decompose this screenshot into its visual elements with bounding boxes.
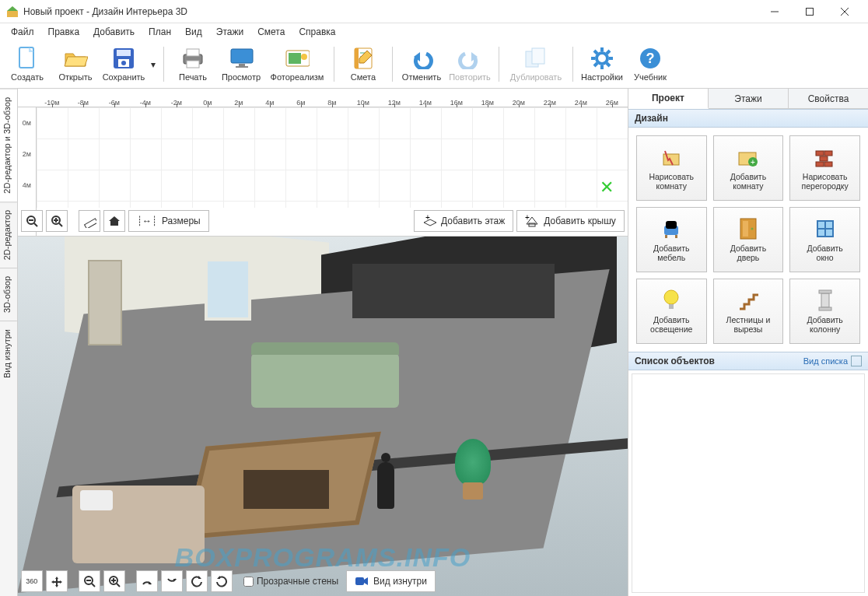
svg-rect-74	[824, 162, 832, 167]
tool-stairs[interactable]: Лестницы ивырезы	[713, 279, 784, 344]
toolbar-create[interactable]: Создать	[3, 42, 51, 87]
svg-rect-70	[816, 151, 824, 156]
svg-marker-60	[149, 581, 152, 584]
tilt-up-button[interactable]	[136, 570, 158, 592]
svg-line-36	[607, 51, 610, 54]
svg-rect-87	[821, 293, 829, 307]
menu-plan[interactable]: План	[142, 25, 177, 39]
menu-add[interactable]: Добавить	[87, 25, 141, 39]
object-list-header: Список объектов Вид списка	[628, 352, 868, 370]
svg-point-29	[597, 53, 607, 64]
zoom-in-button[interactable]	[46, 210, 68, 232]
toolbar-estimate[interactable]: Смета	[339, 42, 387, 87]
dimensions-icon: ┊↔┊	[137, 216, 157, 226]
grid-canvas[interactable]: ✕	[37, 107, 628, 208]
main-area: 2D-редактор и 3D-обзор 2D-редактор 3D-об…	[0, 89, 868, 596]
zoom-in-3d-button[interactable]	[103, 570, 125, 592]
maximize-button[interactable]	[792, 0, 827, 23]
camera-icon	[355, 576, 369, 587]
dimensions-button[interactable]: ┊↔┊Размеры	[128, 210, 209, 232]
chevron-down-icon: ▾	[151, 59, 156, 70]
rotate-right-button[interactable]	[211, 570, 233, 592]
right-panel: Проект Этажи Свойства Дизайн Нарисоватьк…	[628, 89, 868, 596]
menu-file[interactable]: Файл	[5, 25, 40, 39]
tab-2d-3d[interactable]: 2D-редактор и 3D-обзор	[0, 89, 17, 202]
window-title: Новый проект - Дизайн Интерьера 3D	[23, 6, 757, 17]
toolbar-settings[interactable]: Настройки	[578, 42, 626, 87]
view-3d[interactable]: BOXPROGRAMS.INFO 360 Прозрачные стены Ви…	[18, 237, 628, 596]
toolbar-duplicate[interactable]: Дублировать	[504, 42, 568, 87]
svg-rect-89	[819, 307, 831, 310]
menu-estimate[interactable]: Смета	[251, 25, 291, 39]
svg-marker-65	[364, 577, 368, 585]
home-button[interactable]	[103, 210, 125, 232]
tool-add-door[interactable]: Добавитьдверь	[713, 207, 784, 272]
menu-floors[interactable]: Этажи	[210, 25, 250, 39]
design-header: Дизайн	[628, 109, 868, 128]
svg-marker-1	[7, 6, 18, 11]
svg-line-57	[117, 584, 120, 587]
tab-properties[interactable]: Свойства	[789, 89, 868, 108]
svg-marker-63	[217, 576, 220, 579]
transparent-walls-checkbox[interactable]: Прозрачные стены	[243, 576, 338, 587]
tab-floors[interactable]: Этажи	[709, 89, 789, 108]
zoom-out-3d-button[interactable]	[79, 570, 100, 592]
toolbar-print[interactable]: Печать	[169, 42, 217, 87]
tilt-down-button[interactable]	[161, 570, 183, 592]
tool-add-room[interactable]: +Добавитькомнату	[713, 135, 784, 201]
svg-rect-47	[84, 219, 96, 228]
menu-edit[interactable]: Правка	[42, 25, 86, 39]
tool-add-window[interactable]: Добавитьокно	[789, 207, 860, 272]
zoom-out-button[interactable]	[21, 210, 43, 232]
add-roof-button[interactable]: +Добавить крышу	[516, 210, 625, 232]
door-icon	[737, 217, 760, 240]
pan-button[interactable]	[46, 570, 68, 592]
toolbar-undo[interactable]: Отменить	[397, 42, 446, 87]
tool-add-column[interactable]: Добавитьколонну	[789, 279, 860, 344]
toolbar-save-dropdown[interactable]: ▾	[148, 42, 159, 87]
tab-project[interactable]: Проект	[628, 89, 709, 109]
plan-2d: -10м -8м -6м -4м -2м 0м 2м 4м 6м 8м 10м …	[18, 89, 628, 237]
toolbar-manual[interactable]: ?Учебник	[626, 42, 674, 87]
center-canvas: -10м -8м -6м -4м -2м 0м 2м 4м 6м 8м 10м …	[18, 89, 628, 596]
svg-rect-77	[665, 235, 667, 238]
svg-line-54	[92, 584, 95, 587]
tool-add-light[interactable]: Добавитьосвещение	[636, 279, 707, 344]
plan2d-toolbar: ┊↔┊Размеры +Добавить этаж +Добавить крыш…	[21, 209, 625, 233]
tool-draw-room[interactable]: Нарисоватькомнату	[636, 135, 707, 201]
menu-help[interactable]: Справка	[292, 25, 341, 39]
brick-wall-icon	[814, 145, 837, 169]
titlebar: Новый проект - Дизайн Интерьера 3D	[0, 0, 868, 23]
list-view-toggle[interactable]: Вид списка	[803, 356, 848, 366]
toolbar-save[interactable]: Сохранить	[100, 42, 148, 87]
menu-view[interactable]: Вид	[179, 25, 208, 39]
add-floor-button[interactable]: +Добавить этаж	[414, 210, 513, 232]
svg-rect-78	[675, 235, 677, 238]
tool-add-furniture[interactable]: Добавитьмебель	[636, 207, 707, 272]
ruler-tool-button[interactable]	[79, 210, 100, 232]
menubar: Файл Правка Добавить План Вид Этажи Смет…	[0, 23, 868, 40]
close-button[interactable]	[827, 0, 862, 23]
main-toolbar: Создать Открыть Сохранить ▾ Печать Просм…	[0, 40, 868, 89]
new-file-icon	[15, 46, 40, 71]
object-list[interactable]	[632, 373, 865, 593]
printer-icon	[180, 46, 205, 71]
orbit-360-button[interactable]: 360	[21, 570, 43, 592]
svg-rect-71	[824, 151, 832, 156]
svg-rect-9	[117, 50, 131, 56]
svg-rect-17	[236, 66, 248, 68]
armchair-icon	[660, 217, 683, 240]
list-view-icon[interactable]	[851, 356, 862, 366]
rotate-left-button[interactable]	[186, 570, 208, 592]
toolbar-redo[interactable]: Повторить	[446, 42, 494, 87]
minimize-button[interactable]	[757, 0, 792, 23]
toolbar-preview[interactable]: Просмотр	[217, 42, 265, 87]
tab-inside-view[interactable]: Вид изнутри	[0, 321, 17, 386]
tab-2d-editor[interactable]: 2D-редактор	[0, 202, 17, 268]
toolbar-photoreal[interactable]: Фотореализм	[265, 42, 329, 87]
tool-draw-wall[interactable]: Нарисоватьперегородку	[789, 135, 860, 201]
inside-view-button[interactable]: Вид изнутри	[346, 570, 436, 592]
toolbar-open[interactable]: Открыть	[51, 42, 100, 87]
tab-3d-view[interactable]: 3D-обзор	[0, 268, 17, 321]
svg-marker-48	[109, 216, 120, 226]
